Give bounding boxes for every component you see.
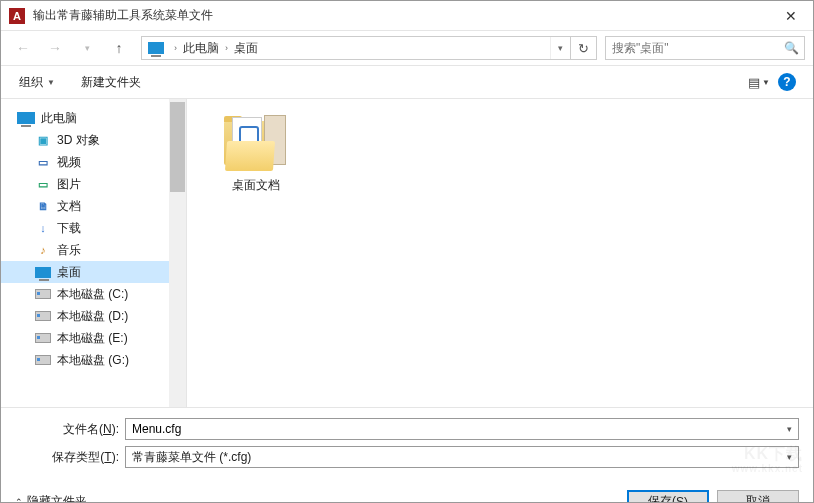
video-icon: ▭: [35, 154, 51, 170]
title-bar: A 输出常青藤辅助工具系统菜单文件 ✕: [1, 1, 813, 31]
tree-item-label: 3D 对象: [57, 132, 100, 149]
tree-item-label: 本地磁盘 (D:): [57, 308, 128, 325]
toolbar: 组织 ▼ 新建文件夹 ▤ ▼ ?: [1, 65, 813, 99]
tree-item-label: 本地磁盘 (C:): [57, 286, 128, 303]
scrollbar[interactable]: [169, 99, 186, 407]
address-bar[interactable]: › 此电脑 › 桌面 ▾ ↻: [141, 36, 597, 60]
body-area: 此电脑 ▣3D 对象▭视频▭图片🗎文档↓下载♪音乐桌面本地磁盘 (C:)本地磁盘…: [1, 99, 813, 407]
down-icon: ↓: [35, 220, 51, 236]
tree-root[interactable]: 此电脑: [1, 107, 186, 129]
filetype-value: 常青藤菜单文件 (*.cfg): [132, 449, 251, 466]
tree-item-label: 下载: [57, 220, 81, 237]
tree-root-label: 此电脑: [41, 110, 77, 127]
chevron-down-icon[interactable]: ▾: [780, 452, 798, 462]
forward-button[interactable]: →: [41, 35, 69, 61]
new-folder-label: 新建文件夹: [81, 74, 141, 91]
help-button[interactable]: ?: [773, 70, 801, 94]
tree-item[interactable]: 桌面: [1, 261, 186, 283]
cancel-label: 取消: [746, 493, 770, 503]
filetype-label: 保存类型(T):: [15, 449, 125, 466]
nav-bar: ← → ▾ ↑ › 此电脑 › 桌面 ▾ ↻ 🔍: [1, 31, 813, 65]
docs-icon: 🗎: [35, 198, 51, 214]
filename-input-wrap[interactable]: ▾: [125, 418, 799, 440]
tree-item[interactable]: ▣3D 对象: [1, 129, 186, 151]
tree-item-label: 文档: [57, 198, 81, 215]
tree-item[interactable]: ↓下载: [1, 217, 186, 239]
folder-item[interactable]: 桌面文档: [211, 115, 301, 194]
window-title: 输出常青藤辅助工具系统菜单文件: [33, 7, 768, 24]
chevron-down-icon[interactable]: ▾: [780, 424, 798, 434]
folder-icon: [224, 115, 288, 171]
organize-label: 组织: [19, 74, 43, 91]
caret-icon: ⌃: [15, 497, 23, 504]
save-panel: 文件名(N): ▾ 保存类型(T): 常青藤菜单文件 (*.cfg) ▾: [1, 407, 813, 480]
address-dropdown[interactable]: ▾: [550, 37, 570, 59]
new-folder-button[interactable]: 新建文件夹: [75, 70, 147, 95]
filetype-select[interactable]: 常青藤菜单文件 (*.cfg) ▾: [125, 446, 799, 468]
tree-item-label: 图片: [57, 176, 81, 193]
save-button[interactable]: 保存(S): [627, 490, 709, 503]
pc-icon: [148, 42, 164, 54]
tree-item-label: 本地磁盘 (E:): [57, 330, 128, 347]
disk-icon: [35, 289, 51, 299]
breadcrumb-root[interactable]: 此电脑: [181, 40, 221, 57]
footer: ⌃ 隐藏文件夹 保存(S) 取消: [1, 480, 813, 503]
search-input[interactable]: [606, 41, 778, 55]
tree-item[interactable]: ♪音乐: [1, 239, 186, 261]
back-button[interactable]: ←: [9, 35, 37, 61]
recent-dropdown[interactable]: ▾: [73, 35, 101, 61]
view-button[interactable]: ▤ ▼: [745, 70, 773, 94]
tree-item[interactable]: 本地磁盘 (C:): [1, 283, 186, 305]
search-box[interactable]: 🔍: [605, 36, 805, 60]
help-icon: ?: [778, 73, 796, 91]
hide-folders-button[interactable]: ⌃ 隐藏文件夹: [15, 493, 87, 503]
tree-item[interactable]: 本地磁盘 (G:): [1, 349, 186, 371]
tree-item[interactable]: 本地磁盘 (D:): [1, 305, 186, 327]
disk-icon: [35, 333, 51, 343]
tree-item-label: 视频: [57, 154, 81, 171]
tree-item-label: 音乐: [57, 242, 81, 259]
disk-icon: [35, 355, 51, 365]
music-icon: ♪: [35, 242, 51, 258]
folder-label: 桌面文档: [211, 177, 301, 194]
folder-tree[interactable]: 此电脑 ▣3D 对象▭视频▭图片🗎文档↓下载♪音乐桌面本地磁盘 (C:)本地磁盘…: [1, 99, 187, 407]
desktop-icon: [35, 267, 51, 278]
tree-item[interactable]: ▭视频: [1, 151, 186, 173]
pc-icon: [17, 112, 35, 124]
organize-button[interactable]: 组织 ▼: [13, 70, 61, 95]
filename-label: 文件名(N):: [15, 421, 125, 438]
view-icon: ▤: [748, 75, 760, 90]
close-button[interactable]: ✕: [768, 1, 813, 30]
breadcrumb-current[interactable]: 桌面: [232, 40, 260, 57]
content-pane[interactable]: 桌面文档: [187, 99, 813, 407]
chevron-down-icon: ▼: [762, 78, 770, 87]
search-icon[interactable]: 🔍: [778, 41, 804, 55]
cancel-button[interactable]: 取消: [717, 490, 799, 503]
chevron-down-icon: ▼: [47, 78, 55, 87]
refresh-button[interactable]: ↻: [570, 37, 596, 59]
scrollbar-thumb[interactable]: [170, 102, 185, 192]
filename-input[interactable]: [126, 422, 780, 436]
tree-item[interactable]: 🗎文档: [1, 195, 186, 217]
tree-item-label: 桌面: [57, 264, 81, 281]
3d-icon: ▣: [35, 132, 51, 148]
tree-item[interactable]: ▭图片: [1, 173, 186, 195]
chevron-right-icon: ›: [221, 43, 232, 53]
pictures-icon: ▭: [35, 176, 51, 192]
app-icon: A: [9, 8, 25, 24]
tree-item-label: 本地磁盘 (G:): [57, 352, 129, 369]
chevron-right-icon: ›: [170, 43, 181, 53]
disk-icon: [35, 311, 51, 321]
up-button[interactable]: ↑: [105, 35, 133, 61]
tree-item[interactable]: 本地磁盘 (E:): [1, 327, 186, 349]
hide-folders-label: 隐藏文件夹: [27, 493, 87, 503]
